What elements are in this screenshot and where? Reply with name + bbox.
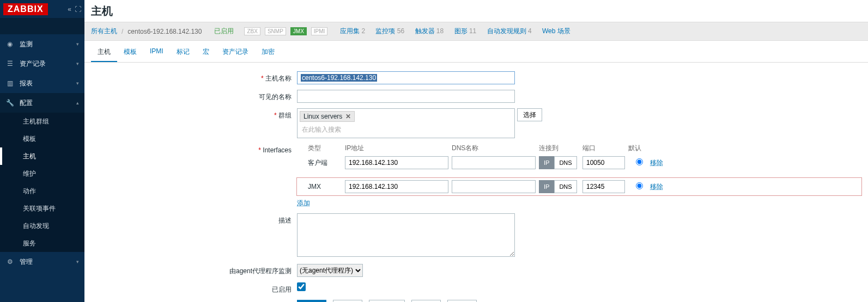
group-placeholder: 在此输入搜索 [300, 124, 512, 135]
sub-templates[interactable]: 模板 [0, 130, 84, 147]
groups-multiselect[interactable]: Linux servers ✕ 在此输入搜索 [297, 108, 515, 138]
search-row: 🔍 [0, 18, 84, 34]
form-area: * 主机名称 centos6-192.168.142.130 可见的名称 * 群… [84, 63, 868, 302]
delete-button[interactable]: 删除 [411, 300, 441, 302]
if-type: 客户端 [308, 158, 345, 168]
clone-button[interactable]: 克隆 [333, 300, 362, 302]
tab-inventory[interactable]: 资产记录 [216, 43, 255, 62]
tab-templates[interactable]: 模板 [117, 43, 143, 62]
breadcrumb-sep: / [122, 28, 123, 35]
conn-dns-button[interactable]: DNS [554, 180, 576, 193]
wrench-icon: 🔧 [5, 99, 14, 107]
sub-hosts[interactable]: 主机 [0, 147, 84, 165]
fullscreen-icon[interactable]: ⛶ [75, 5, 81, 13]
tab-ipmi[interactable]: IPMI [143, 43, 170, 62]
breadcrumb-all-hosts[interactable]: 所有主机 [91, 27, 117, 36]
description-textarea[interactable] [297, 213, 515, 257]
if-ip-input[interactable] [345, 156, 448, 169]
if-type: JMX [308, 183, 345, 190]
group-tag-label: Linux servers [304, 113, 342, 120]
label-hostname: * 主机名称 [91, 71, 297, 83]
sub-discovery[interactable]: 自动发现 [0, 217, 84, 235]
link-web[interactable]: Web 场景 [542, 27, 570, 36]
label-interfaces: * Interfaces [91, 144, 297, 154]
nav-label: 配置 [20, 98, 33, 108]
if-default-radio[interactable] [636, 182, 643, 189]
nav-configuration[interactable]: 🔧 配置 ▴ [0, 93, 84, 113]
tab-tags[interactable]: 标记 [170, 43, 196, 62]
if-port-input[interactable] [582, 180, 625, 193]
proto-snmp: SNMP [265, 27, 286, 35]
nav-label: 监测 [20, 40, 33, 49]
visible-name-input[interactable] [297, 90, 515, 103]
proto-zbx: ZBX [244, 27, 260, 35]
proxy-select[interactable]: (无agent代理程序) [297, 264, 363, 277]
if-dns-input[interactable] [452, 180, 536, 193]
label-enabled: 已启用 [91, 282, 297, 294]
sidebar: ZABBIX « ⛶ 🔍 ◉ 监测 ▾ ☰ 资产记录 ▾ ▥ 报表 ▾ 🔧 [0, 0, 84, 302]
update-button[interactable]: 更新 [297, 300, 326, 302]
nav-inventory[interactable]: ☰ 资产记录 ▾ [0, 54, 84, 73]
link-triggers[interactable]: 触发器 18 [415, 27, 444, 36]
page-title: 主机 [91, 4, 113, 19]
page-title-row: 主机 [84, 0, 868, 22]
cancel-button[interactable]: 取消 [447, 300, 477, 302]
if-default-radio[interactable] [636, 158, 643, 165]
hostname-input[interactable]: centos6-192.168.142.130 [297, 71, 515, 84]
if-dns-input[interactable] [452, 156, 536, 169]
full-clone-button[interactable]: 全克隆 [369, 300, 405, 302]
tab-macros[interactable]: 宏 [196, 43, 216, 62]
chevron-down-icon: ▾ [76, 61, 79, 66]
conn-ip-button[interactable]: IP [539, 180, 554, 193]
select-groups-button[interactable]: 选择 [517, 108, 542, 121]
sub-actions[interactable]: 动作 [0, 182, 84, 200]
brand-logo[interactable]: ZABBIX [3, 3, 48, 15]
if-remove-link[interactable]: 移除 [650, 183, 663, 190]
breadcrumb: 所有主机 / centos6-192.168.142.130 已启用 ZBXSN… [84, 22, 868, 41]
if-ip-input[interactable] [345, 180, 448, 193]
nav-label: 报表 [20, 79, 33, 88]
logo-row: ZABBIX « ⛶ [0, 0, 84, 18]
interface-row-agent: 客户端 IPDNS 移除 [297, 156, 861, 169]
nav-reports[interactable]: ▥ 报表 ▾ [0, 73, 84, 93]
status-enabled: 已启用 [214, 27, 234, 36]
enabled-checkbox[interactable] [297, 282, 306, 291]
nav-label: 资产记录 [20, 59, 46, 69]
main-area: 主机 所有主机 / centos6-192.168.142.130 已启用 ZB… [84, 0, 868, 302]
sub-hostgroups[interactable]: 主机群组 [0, 113, 84, 130]
nav-label: 管理 [20, 257, 33, 267]
form-actions: 更新 克隆 全克隆 删除 取消 [297, 300, 861, 302]
if-port-input[interactable] [582, 156, 625, 169]
if-remove-link[interactable]: 移除 [650, 159, 663, 167]
label-groups: * 群组 [91, 108, 297, 120]
proto-jmx: JMX [290, 27, 307, 35]
group-tag: Linux servers ✕ [300, 111, 355, 122]
list-icon: ☰ [5, 60, 14, 67]
nav-config-sub: 主机群组 模板 主机 维护 动作 关联项事件 自动发现 服务 [0, 113, 84, 252]
gear-icon: ⚙ [5, 258, 14, 266]
eye-icon: ◉ [5, 40, 14, 48]
link-discovery[interactable]: 自动发现规则 4 [487, 27, 532, 36]
conn-dns-button[interactable]: DNS [554, 156, 576, 169]
if-add-link[interactable]: 添加 [297, 199, 310, 207]
link-graphs[interactable]: 图形 11 [454, 27, 477, 36]
link-items[interactable]: 监控项 56 [375, 27, 404, 36]
tab-host[interactable]: 主机 [91, 43, 117, 62]
conn-ip-button[interactable]: IP [539, 156, 554, 169]
chevron-down-icon: ▾ [76, 41, 79, 47]
remove-tag-icon[interactable]: ✕ [345, 113, 351, 120]
collapse-icon[interactable]: « [68, 5, 71, 13]
chevron-down-icon: ▾ [76, 259, 79, 264]
label-proxy: 由agent代理程序监测 [91, 264, 297, 276]
chevron-up-icon: ▴ [76, 100, 79, 106]
sub-correlation[interactable]: 关联项事件 [0, 200, 84, 217]
sub-maintenance[interactable]: 维护 [0, 165, 84, 182]
chart-icon: ▥ [5, 79, 14, 87]
nav-monitoring[interactable]: ◉ 监测 ▾ [0, 34, 84, 54]
sub-services[interactable]: 服务 [0, 235, 84, 252]
nav-admin[interactable]: ⚙ 管理 ▾ [0, 252, 84, 272]
tab-encryption[interactable]: 加密 [255, 43, 281, 62]
label-visible-name: 可见的名称 [91, 90, 297, 102]
if-header: 类型 IP地址 DNS名称 连接到 端口 默认 [297, 144, 861, 156]
link-applications[interactable]: 应用集 2 [340, 27, 365, 36]
